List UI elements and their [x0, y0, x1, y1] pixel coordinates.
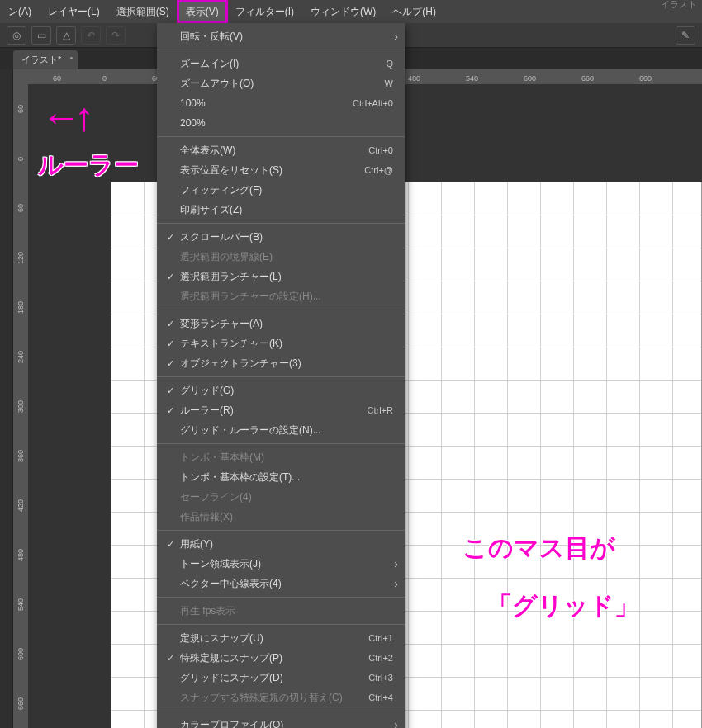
- menu-item-filter[interactable]: フィルター(I): [227, 0, 302, 23]
- menu-item[interactable]: ✓グリッド(G): [157, 381, 405, 400]
- menu-item[interactable]: 表示位置をリセット(S)Ctrl+@: [157, 160, 405, 180]
- v-tick: 540: [13, 588, 28, 621]
- menu-item[interactable]: ✓ルーラー(R)Ctrl+R: [157, 400, 405, 420]
- menu-item[interactable]: 200%: [157, 113, 405, 133]
- menu-item-label: 200%: [177, 117, 393, 129]
- menu-item-label: カラープロファイル(Q): [177, 718, 393, 729]
- menu-item[interactable]: ズームアウト(O)W: [157, 73, 405, 93]
- menu-item[interactable]: 印刷サイズ(Z): [157, 200, 405, 220]
- menu-item[interactable]: 100%Ctrl+Alt+0: [157, 93, 405, 113]
- menu-separator: [157, 136, 405, 137]
- menu-item-layer[interactable]: レイヤー(L): [40, 0, 108, 23]
- menu-item-label: フィッティング(F): [177, 183, 393, 197]
- menu-item[interactable]: 定規にスナップ(U)Ctrl+1: [157, 628, 405, 648]
- v-tick: 120: [13, 241, 28, 274]
- v-tick: 420: [13, 489, 28, 522]
- menu-item-label: グリッド・ルーラーの設定(N)...: [177, 423, 393, 437]
- check-icon: ✓: [164, 653, 177, 664]
- tool-icon-pen[interactable]: ✎: [676, 26, 695, 45]
- tool-icon-c[interactable]: △: [56, 26, 76, 45]
- menu-item[interactable]: ズームイン(I)Q: [157, 54, 405, 73]
- v-tick: 300: [13, 390, 28, 423]
- menu-item[interactable]: トーン領域表示(J): [157, 554, 405, 574]
- h-tick: 660: [581, 74, 594, 83]
- menu-item-selection[interactable]: 選択範囲(S): [108, 0, 178, 23]
- menu-item-accelerator: Ctrl+3: [368, 673, 393, 683]
- menu-item[interactable]: ベクター中心線表示(4): [157, 574, 405, 593]
- v-tick: 0: [13, 142, 28, 175]
- check-icon: ✓: [164, 232, 177, 243]
- menu-item-label: 100%: [177, 97, 353, 109]
- menu-item[interactable]: カラープロファイル(Q): [157, 715, 405, 728]
- ruler-corner: [13, 69, 28, 84]
- menu-item: スナップする特殊定規の切り替え(C)Ctrl+4: [157, 688, 405, 707]
- menu-separator: [157, 530, 405, 531]
- menu-item[interactable]: グリッド・ルーラーの設定(N)...: [157, 420, 405, 440]
- menu-item: 選択範囲の境界線(E): [157, 247, 405, 267]
- check-icon: ✓: [164, 405, 177, 416]
- h-tick: 480: [408, 74, 420, 83]
- view-menu-dropdown: 回転・反転(V)ズームイン(I)Qズームアウト(O)W100%Ctrl+Alt+…: [157, 23, 405, 728]
- menu-separator: [157, 443, 405, 444]
- check-icon: ✓: [164, 272, 177, 282]
- menu-item[interactable]: 回転・反転(V): [157, 26, 405, 46]
- menu-separator: [157, 624, 405, 625]
- h-tick: 540: [466, 74, 478, 83]
- menu-item[interactable]: ✓特殊定規にスナップ(P)Ctrl+2: [157, 648, 405, 668]
- menu-item: トンボ・基本枠(M): [157, 447, 405, 467]
- menu-item[interactable]: ✓用紙(Y): [157, 534, 405, 554]
- v-tick: 600: [13, 637, 28, 670]
- v-tick: 240: [13, 340, 28, 373]
- menu-item-label: トーン領域表示(J): [177, 557, 393, 571]
- menu-item-label: 定規にスナップ(U): [177, 631, 368, 645]
- menu-item-label: トンボ・基本枠の設定(T)...: [177, 470, 393, 485]
- menu-item[interactable]: グリッドにスナップ(D)Ctrl+3: [157, 668, 405, 688]
- menu-item-label: 選択範囲の境界線(E): [177, 250, 393, 264]
- menu-item-label: 選択範囲ランチャー(L): [177, 270, 393, 284]
- menu-item-window[interactable]: ウィンドウ(W): [302, 0, 384, 23]
- menu-item-help[interactable]: ヘルプ(H): [384, 0, 444, 23]
- menu-item-accelerator: Ctrl+1: [368, 633, 393, 643]
- menu-item-label: 特殊定規にスナップ(P): [177, 651, 368, 665]
- menu-item-label: 用紙(Y): [177, 537, 393, 551]
- tool-icon-b[interactable]: ▭: [31, 26, 51, 45]
- menu-item-accelerator: Ctrl+0: [368, 145, 393, 155]
- h-tick: 660: [639, 74, 652, 83]
- menu-item-label: ズームアウト(O): [177, 77, 385, 91]
- tool-icon-e[interactable]: ↷: [106, 26, 126, 45]
- left-gutter: [0, 69, 13, 728]
- menu-item[interactable]: ✓オブジェクトランチャー(3): [157, 353, 405, 373]
- menu-separator: [157, 711, 405, 711]
- v-tick: 360: [13, 439, 28, 472]
- menu-item-label: ルーラー(R): [177, 404, 368, 418]
- menu-item[interactable]: ✓変形ランチャー(A): [157, 314, 405, 333]
- corner-label: イラスト: [661, 0, 697, 11]
- menu-item[interactable]: 全体表示(W)Ctrl+0: [157, 140, 405, 160]
- menu-item-label: 再生 fps表示: [177, 604, 393, 618]
- menu-item[interactable]: ✓選択範囲ランチャー(L): [157, 267, 405, 286]
- tool-icon-d[interactable]: ↶: [81, 26, 101, 45]
- menu-separator: [157, 50, 405, 50]
- menu-item-label: グリッド(G): [177, 384, 393, 398]
- menu-item-view[interactable]: 表示(V): [178, 0, 227, 23]
- h-tick: 60: [53, 74, 61, 83]
- menu-item[interactable]: ✓テキストランチャー(K): [157, 333, 405, 353]
- menu-item[interactable]: フィッティング(F): [157, 180, 405, 200]
- menu-item: 再生 fps表示: [157, 601, 405, 621]
- menu-item-0[interactable]: ン(A): [0, 0, 40, 23]
- v-tick: 60: [13, 92, 28, 125]
- menu-item[interactable]: トンボ・基本枠の設定(T)...: [157, 467, 405, 487]
- menu-item-label: ズームイン(I): [177, 57, 386, 71]
- menu-item-accelerator: Ctrl+@: [364, 165, 393, 175]
- menubar: ン(A) レイヤー(L) 選択範囲(S) 表示(V) フィルター(I) ウィンド…: [0, 0, 702, 23]
- menu-item: 作品情報(X): [157, 507, 405, 527]
- menu-item[interactable]: ✓スクロールバー(B): [157, 227, 405, 247]
- tool-icon-a[interactable]: ◎: [7, 26, 26, 45]
- menu-item-label: 変形ランチャー(A): [177, 317, 393, 331]
- document-tab[interactable]: イラスト*: [13, 50, 78, 69]
- menu-item-label: スクロールバー(B): [177, 230, 393, 244]
- ruler-vertical: 60 0 60 120 180 240 300 360 420 480 540 …: [13, 84, 28, 728]
- menu-item-label: グリッドにスナップ(D): [177, 671, 368, 685]
- menu-item-accelerator: Ctrl+R: [368, 405, 393, 415]
- menu-item: セーフライン(4): [157, 487, 405, 507]
